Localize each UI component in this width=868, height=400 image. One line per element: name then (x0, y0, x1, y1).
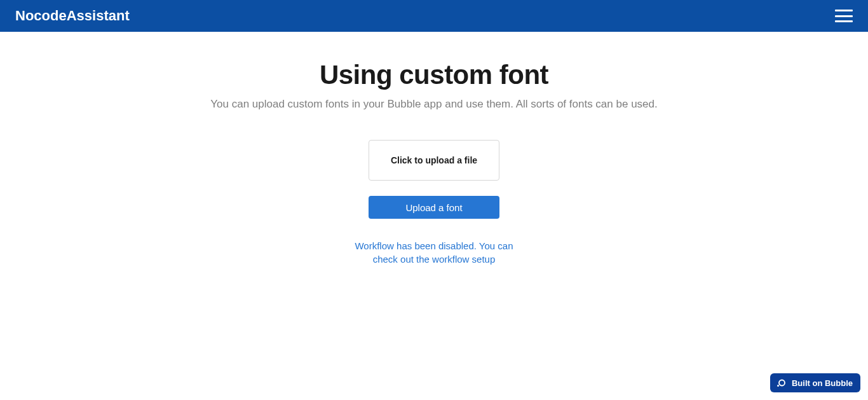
file-upload-dropzone[interactable]: Click to upload a file (369, 140, 499, 181)
bubble-badge-label: Built on Bubble (792, 378, 853, 388)
hamburger-menu-icon[interactable] (835, 10, 853, 22)
main-content: Using custom font You can upload custom … (0, 32, 868, 266)
workflow-notice-link[interactable]: Workflow has been disabled. You can chec… (345, 239, 523, 266)
header-bar: NocodeAssistant (0, 0, 868, 32)
svg-point-1 (777, 385, 779, 387)
upload-box-label: Click to upload a file (391, 155, 477, 165)
upload-font-button[interactable]: Upload a font (369, 196, 499, 219)
brand-logo[interactable]: NocodeAssistant (15, 8, 130, 24)
bubble-logo-icon (775, 377, 787, 389)
page-subtitle: You can upload custom fonts in your Bubb… (210, 98, 657, 111)
built-on-bubble-badge[interactable]: Built on Bubble (770, 373, 860, 392)
page-title: Using custom font (320, 60, 548, 90)
svg-point-0 (779, 380, 785, 386)
